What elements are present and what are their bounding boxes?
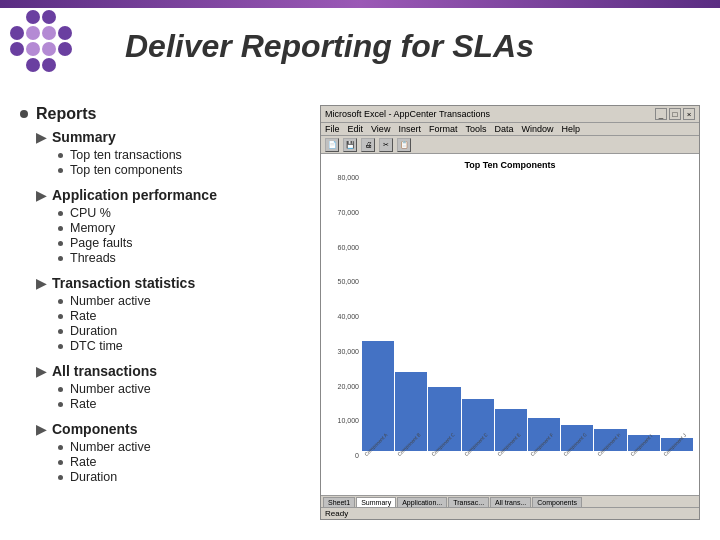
bar-wrapper: Component A xyxy=(362,174,394,459)
tab-sheet1[interactable]: Sheet1 xyxy=(323,497,355,507)
menu-item-data[interactable]: Data xyxy=(494,124,513,134)
logo-dot xyxy=(26,42,40,56)
logo-dot xyxy=(26,10,40,24)
arrow-icon: ▶ xyxy=(36,364,46,379)
page-title: Deliver Reporting for SLAs xyxy=(125,28,534,65)
toolbar-btn-5[interactable]: 📋 xyxy=(397,138,411,152)
y-axis: 80,00070,00060,00050,00040,00030,00020,0… xyxy=(327,174,362,459)
menu-item-file[interactable]: File xyxy=(325,124,340,134)
sub-item-label: Top ten transactions xyxy=(70,148,182,162)
status-text: Ready xyxy=(325,509,348,518)
maximize-button[interactable]: □ xyxy=(669,108,681,120)
chart-container: 80,00070,00060,00050,00040,00030,00020,0… xyxy=(327,174,693,489)
menu-item-view[interactable]: View xyxy=(371,124,390,134)
sub-items-app-perf: CPU %MemoryPage faultsThreads xyxy=(58,206,310,265)
list-item: Rate xyxy=(58,309,310,323)
left-panel: Reports ▶SummaryTop ten transactionsTop … xyxy=(20,105,310,520)
main-content: Reports ▶SummaryTop ten transactionsTop … xyxy=(20,105,700,520)
logo-dot xyxy=(58,26,72,40)
sub-bullet-dot xyxy=(58,460,63,465)
list-item: Duration xyxy=(58,324,310,338)
tab-transac[interactable]: Transac... xyxy=(448,497,489,507)
section-label-summary: Summary xyxy=(52,129,116,145)
y-axis-label: 0 xyxy=(355,452,359,459)
tab-all-trans[interactable]: All trans... xyxy=(490,497,531,507)
section-arrow-components: ▶Components xyxy=(36,421,310,437)
logo-dot xyxy=(10,42,24,56)
section-components: ▶ComponentsNumber activeRateDuration xyxy=(36,421,310,484)
y-axis-label: 10,000 xyxy=(338,417,359,424)
sub-bullet-dot xyxy=(58,226,63,231)
section-all-tx: ▶All transactionsNumber activeRate xyxy=(36,363,310,411)
arrow-icon: ▶ xyxy=(36,276,46,291)
section-label-all-tx: All transactions xyxy=(52,363,157,379)
chart-area: Top Ten Components 80,00070,00060,00050,… xyxy=(321,154,699,495)
menu-item-format[interactable]: Format xyxy=(429,124,458,134)
sub-item-label: Memory xyxy=(70,221,115,235)
tab-components[interactable]: Components xyxy=(532,497,582,507)
tab-summary[interactable]: Summary xyxy=(356,497,396,507)
list-item: Memory xyxy=(58,221,310,235)
section-tx-stats: ▶Transaction statisticsNumber activeRate… xyxy=(36,275,310,353)
list-item: Threads xyxy=(58,251,310,265)
sub-bullet-dot xyxy=(58,344,63,349)
sub-item-label: Number active xyxy=(70,294,151,308)
sub-item-label: Number active xyxy=(70,382,151,396)
excel-screenshot: Microsoft Excel - AppCenter Transactions… xyxy=(320,105,700,520)
sub-item-label: Page faults xyxy=(70,236,133,250)
menu-item-insert[interactable]: Insert xyxy=(398,124,421,134)
sub-item-label: Top ten components xyxy=(70,163,183,177)
y-axis-label: 30,000 xyxy=(338,348,359,355)
section-arrow-app-perf: ▶Application performance xyxy=(36,187,310,203)
list-item: Top ten components xyxy=(58,163,310,177)
sub-bullet-dot xyxy=(58,241,63,246)
menu-item-edit[interactable]: Edit xyxy=(348,124,364,134)
section-arrow-summary: ▶Summary xyxy=(36,129,310,145)
toolbar-btn-3[interactable]: 🖨 xyxy=(361,138,375,152)
menu-item-window[interactable]: Window xyxy=(521,124,553,134)
excel-window: Microsoft Excel - AppCenter Transactions… xyxy=(321,106,699,519)
y-axis-label: 70,000 xyxy=(338,209,359,216)
logo-dots xyxy=(10,10,110,72)
bar-group: Component AComponent BComponent CCompone… xyxy=(362,174,693,459)
tab-bar: Sheet1SummaryApplication...Transac...All… xyxy=(321,495,699,507)
minimize-button[interactable]: _ xyxy=(655,108,667,120)
toolbar-btn-2[interactable]: 💾 xyxy=(343,138,357,152)
logo-dot xyxy=(42,42,56,56)
logo-dot xyxy=(58,58,72,72)
logo-dot xyxy=(42,10,56,24)
arrow-icon: ▶ xyxy=(36,188,46,203)
sections-container: ▶SummaryTop ten transactionsTop ten comp… xyxy=(20,129,310,484)
section-arrow-tx-stats: ▶Transaction statistics xyxy=(36,275,310,291)
sub-item-label: Rate xyxy=(70,397,96,411)
close-button[interactable]: × xyxy=(683,108,695,120)
logo-dot xyxy=(58,10,72,24)
toolbar-btn-4[interactable]: ✂ xyxy=(379,138,393,152)
toolbar-btn-1[interactable]: 📄 xyxy=(325,138,339,152)
status-bar: Ready xyxy=(321,507,699,519)
logo-dot xyxy=(42,58,56,72)
list-item: Rate xyxy=(58,455,310,469)
menu-item-help[interactable]: Help xyxy=(561,124,580,134)
bar-wrapper: Component E xyxy=(495,174,527,459)
menu-item-tools[interactable]: Tools xyxy=(465,124,486,134)
sub-bullet-dot xyxy=(58,211,63,216)
logo-dot xyxy=(10,10,24,24)
list-item: Number active xyxy=(58,440,310,454)
logo-dot xyxy=(10,26,24,40)
sub-items-tx-stats: Number activeRateDurationDTC time xyxy=(58,294,310,353)
tab-application[interactable]: Application... xyxy=(397,497,447,507)
sub-items-components: Number activeRateDuration xyxy=(58,440,310,484)
bar-wrapper: Component G xyxy=(561,174,593,459)
y-axis-label: 80,000 xyxy=(338,174,359,181)
reports-bullet: Reports xyxy=(20,105,310,123)
logo-dot xyxy=(26,58,40,72)
sub-bullet-dot xyxy=(58,475,63,480)
sub-items-summary: Top ten transactionsTop ten components xyxy=(58,148,310,177)
arrow-icon: ▶ xyxy=(36,130,46,145)
sub-bullet-dot xyxy=(58,402,63,407)
logo-dot xyxy=(10,58,24,72)
sub-bullet-dot xyxy=(58,387,63,392)
sub-items-all-tx: Number activeRate xyxy=(58,382,310,411)
sub-bullet-dot xyxy=(58,153,63,158)
